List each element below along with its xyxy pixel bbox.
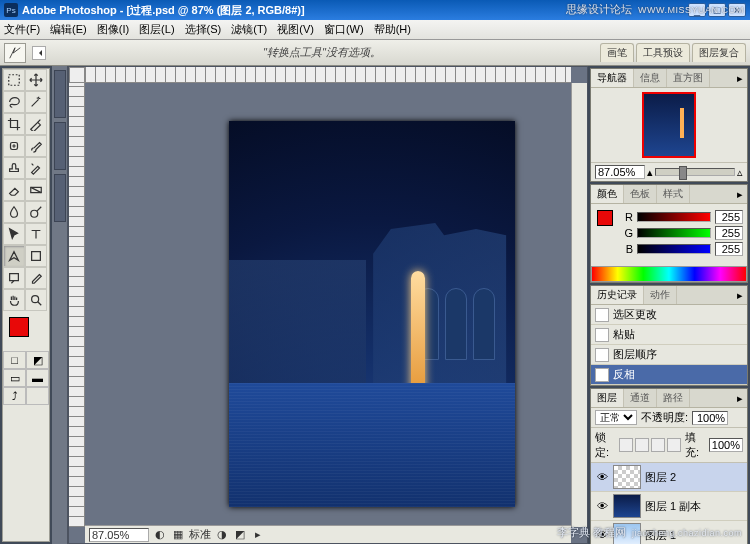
menu-view[interactable]: 视图(V)	[277, 22, 314, 37]
slider-b[interactable]	[637, 244, 711, 254]
lasso-tool[interactable]	[3, 91, 25, 113]
notes-tool[interactable]	[3, 267, 25, 289]
color-swatch-pair[interactable]	[595, 208, 619, 240]
path-select-tool[interactable]	[3, 223, 25, 245]
lock-trans-icon[interactable]	[619, 438, 633, 452]
ruler-horizontal[interactable]	[85, 67, 571, 83]
lock-all-icon[interactable]	[667, 438, 681, 452]
visibility-icon[interactable]: 👁	[595, 470, 609, 484]
layer-row[interactable]: 👁图层 2	[591, 463, 747, 492]
shape-tool[interactable]	[25, 245, 47, 267]
brush-tool[interactable]	[25, 135, 47, 157]
maximize-button[interactable]: □	[708, 3, 726, 17]
layer-thumbnail[interactable]	[613, 494, 641, 518]
heal-tool[interactable]	[3, 135, 25, 157]
visibility-icon[interactable]: 👁	[595, 528, 609, 542]
blend-mode-select[interactable]: 正常	[595, 410, 637, 425]
layer-row[interactable]: 👁图层 1 副本	[591, 492, 747, 521]
move-tool[interactable]	[25, 69, 47, 91]
lock-pixels-icon[interactable]	[635, 438, 649, 452]
color-ramp[interactable]	[591, 266, 747, 282]
lock-pos-icon[interactable]	[651, 438, 665, 452]
quickmask-off[interactable]: □	[3, 351, 26, 369]
palette-tab-toolpresets[interactable]: 工具预设	[636, 43, 690, 62]
layer-thumbnail[interactable]	[613, 465, 641, 489]
menu-help[interactable]: 帮助(H)	[374, 22, 411, 37]
zoom-in-icon[interactable]: ▵	[737, 166, 743, 179]
document-canvas[interactable]	[229, 121, 515, 507]
history-item[interactable]: 图层顺序	[591, 345, 747, 365]
menu-edit[interactable]: 编辑(E)	[50, 22, 87, 37]
stamp-tool[interactable]	[3, 157, 25, 179]
opacity-field[interactable]: 100%	[692, 411, 728, 425]
panel-menu-icon[interactable]: ▸	[733, 185, 747, 203]
type-tool[interactable]	[25, 223, 47, 245]
palette-tab-brushes[interactable]: 画笔	[600, 43, 634, 62]
tab-layers[interactable]: 图层	[591, 389, 624, 407]
gradient-tool[interactable]	[25, 179, 47, 201]
dodge-tool[interactable]	[25, 201, 47, 223]
pen-tool[interactable]	[3, 245, 25, 267]
panel-menu-icon[interactable]: ▸	[733, 286, 747, 304]
layer-row[interactable]: 👁图层 1	[591, 521, 747, 544]
screenmode-full[interactable]: ▬	[26, 369, 49, 387]
tab-channels[interactable]: 通道	[624, 389, 657, 407]
menu-filter[interactable]: 滤镜(T)	[231, 22, 267, 37]
current-tool-icon[interactable]	[4, 43, 26, 63]
docked-tab-3[interactable]	[54, 174, 66, 222]
zoom-tool[interactable]	[25, 289, 47, 311]
close-button[interactable]: ×	[728, 3, 746, 17]
hand-tool[interactable]	[3, 289, 25, 311]
color-swatches[interactable]	[3, 311, 49, 351]
tab-styles[interactable]: 样式	[657, 185, 690, 203]
history-item[interactable]: 粘贴	[591, 325, 747, 345]
ruler-vertical[interactable]	[69, 83, 85, 527]
menu-layer[interactable]: 图层(L)	[139, 22, 174, 37]
wand-tool[interactable]	[25, 91, 47, 113]
status-icon-2[interactable]: ▦	[171, 528, 185, 542]
ruler-origin[interactable]	[69, 67, 85, 83]
marquee-tool[interactable]	[3, 69, 25, 91]
blur-tool[interactable]	[3, 201, 25, 223]
docked-tab-2[interactable]	[54, 122, 66, 170]
slice-tool[interactable]	[25, 113, 47, 135]
panel-menu-icon[interactable]: ▸	[733, 69, 747, 87]
navigator-zoom-slider[interactable]	[655, 168, 735, 176]
navigator-zoom-field[interactable]: 87.05%	[595, 165, 645, 179]
tab-swatches[interactable]: 色板	[624, 185, 657, 203]
zoom-field[interactable]: 87.05%	[89, 528, 149, 542]
layer-thumbnail[interactable]	[613, 523, 641, 544]
palette-tab-layercomps[interactable]: 图层复合	[692, 43, 746, 62]
zoom-out-icon[interactable]: ▴	[647, 166, 653, 179]
tab-color[interactable]: 颜色	[591, 185, 624, 203]
menu-image[interactable]: 图像(I)	[97, 22, 129, 37]
tab-paths[interactable]: 路径	[657, 389, 690, 407]
tab-actions[interactable]: 动作	[644, 286, 677, 304]
slider-g[interactable]	[637, 228, 711, 238]
minimize-button[interactable]: _	[688, 3, 706, 17]
status-menu[interactable]: ▸	[251, 528, 265, 542]
quickmask-on[interactable]: ◩	[26, 351, 49, 369]
menu-window[interactable]: 窗口(W)	[324, 22, 364, 37]
visibility-icon[interactable]: 👁	[595, 499, 609, 513]
screenmode-std[interactable]: ▭	[3, 369, 26, 387]
status-icon-4[interactable]: ◩	[233, 528, 247, 542]
value-g[interactable]: 255	[715, 226, 743, 240]
eraser-tool[interactable]	[3, 179, 25, 201]
eyedropper-tool[interactable]	[25, 267, 47, 289]
jump-to[interactable]: ⤴	[3, 387, 26, 405]
history-item-selected[interactable]: 反相	[591, 365, 747, 385]
status-icon-3[interactable]: ◑	[215, 528, 229, 542]
scrollbar-vertical[interactable]	[571, 83, 587, 527]
value-b[interactable]: 255	[715, 242, 743, 256]
fill-field[interactable]: 100%	[709, 438, 743, 452]
menu-file[interactable]: 文件(F)	[4, 22, 40, 37]
tool-preset-picker[interactable]	[32, 46, 46, 60]
value-r[interactable]: 255	[715, 210, 743, 224]
status-icon-1[interactable]: ◐	[153, 528, 167, 542]
tab-info[interactable]: 信息	[634, 69, 667, 87]
docked-tab-1[interactable]	[54, 70, 66, 118]
menu-select[interactable]: 选择(S)	[185, 22, 222, 37]
navigator-thumbnail[interactable]	[642, 92, 696, 158]
crop-tool[interactable]	[3, 113, 25, 135]
